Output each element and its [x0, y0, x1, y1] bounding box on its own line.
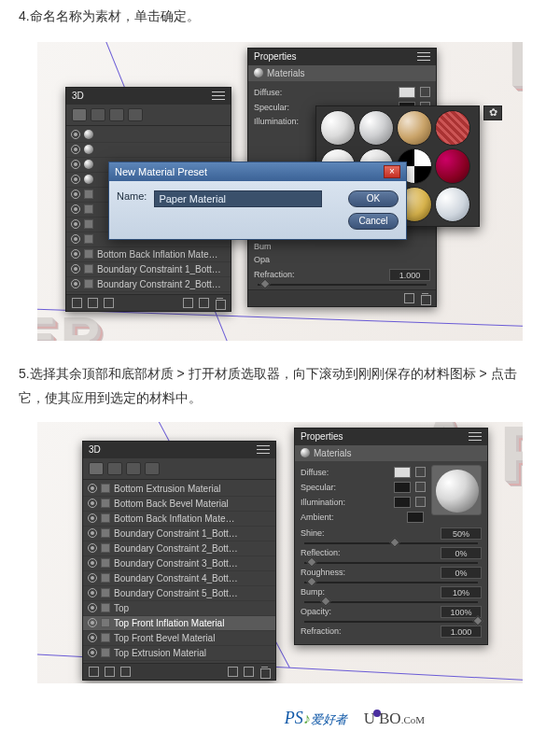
- trash-icon[interactable]: [215, 298, 225, 308]
- eye-icon[interactable]: [71, 160, 80, 169]
- texture-picker-icon[interactable]: [415, 482, 426, 492]
- list-item[interactable]: [66, 128, 231, 143]
- menu-icon[interactable]: [417, 52, 430, 62]
- material-preset[interactable]: [320, 110, 356, 146]
- illum-swatch[interactable]: [394, 497, 411, 508]
- list-item[interactable]: Boundary Constraint 1_Bott…: [83, 527, 275, 541]
- render-icon[interactable]: [183, 298, 193, 308]
- eye-icon[interactable]: [71, 204, 80, 214]
- list-item[interactable]: Boundary Constraint 4_Bott…: [83, 571, 275, 586]
- eye-icon[interactable]: [88, 603, 97, 612]
- menu-icon[interactable]: [212, 91, 225, 101]
- trash-icon[interactable]: [420, 293, 430, 303]
- eye-icon[interactable]: [71, 279, 80, 288]
- material-preset[interactable]: [435, 110, 470, 146]
- properties-tab[interactable]: Properties: [301, 431, 343, 442]
- material-preview-sphere[interactable]: [431, 465, 482, 515]
- eye-icon[interactable]: [88, 543, 97, 553]
- eye-icon[interactable]: [71, 175, 80, 184]
- filter-chip[interactable]: [109, 108, 124, 121]
- material-preset[interactable]: [435, 187, 470, 222]
- bump-value[interactable]: 10%: [441, 586, 482, 598]
- eye-icon[interactable]: [88, 648, 97, 657]
- properties-tab[interactable]: Properties: [254, 51, 297, 62]
- filter-chip[interactable]: [107, 462, 122, 475]
- refraction-value[interactable]: 1.000: [441, 626, 482, 638]
- filter-chip[interactable]: [89, 462, 104, 475]
- list-item[interactable]: Boundary Constraint 2_Bott…: [66, 277, 231, 292]
- list-item[interactable]: Top Front Inflation Material: [83, 616, 275, 631]
- render-icon[interactable]: [228, 667, 238, 677]
- diffuse-swatch[interactable]: [399, 87, 415, 98]
- footer-tool-icon[interactable]: [120, 667, 131, 677]
- eye-icon[interactable]: [88, 618, 97, 627]
- new-icon[interactable]: [404, 293, 414, 303]
- eye-icon[interactable]: [88, 484, 97, 493]
- roughness-value[interactable]: 0%: [441, 567, 482, 579]
- new-icon[interactable]: [199, 298, 209, 308]
- material-preset[interactable]: [397, 110, 432, 146]
- ambient-swatch[interactable]: [407, 512, 424, 523]
- filter-chip[interactable]: [128, 108, 143, 121]
- footer-tool-icon[interactable]: [88, 298, 98, 308]
- list-item[interactable]: Boundary Constraint 1_Bott…: [66, 262, 231, 277]
- filter-chip[interactable]: [72, 108, 87, 121]
- list-item[interactable]: Bottom Back Bevel Material: [83, 497, 275, 512]
- material-preset[interactable]: [435, 148, 470, 184]
- footer-tool-icon[interactable]: [104, 298, 114, 308]
- properties-subtab[interactable]: Materials: [295, 445, 487, 461]
- texture-picker-icon[interactable]: [415, 497, 426, 507]
- eye-icon[interactable]: [88, 499, 97, 508]
- menu-icon[interactable]: [469, 432, 482, 442]
- texture-picker-icon[interactable]: [415, 467, 426, 477]
- reflection-value[interactable]: 0%: [441, 547, 482, 559]
- filter-chip[interactable]: [91, 108, 105, 121]
- filter-chip[interactable]: [126, 462, 141, 475]
- list-item[interactable]: Bottom Extrusion Material: [83, 482, 275, 497]
- eye-icon[interactable]: [88, 513, 97, 523]
- list-item[interactable]: Top Front Bevel Material: [83, 631, 275, 646]
- list-item[interactable]: [66, 143, 231, 158]
- list-item[interactable]: Top Extrusion Material: [83, 646, 275, 661]
- texture-picker-icon[interactable]: [420, 87, 430, 97]
- eye-icon[interactable]: [88, 573, 97, 583]
- eye-icon[interactable]: [88, 528, 97, 538]
- materials-popup-gear[interactable]: ✿: [483, 105, 502, 120]
- list-item[interactable]: Boundary Constraint 3_Bott…: [83, 556, 275, 571]
- ok-button[interactable]: OK: [348, 190, 399, 207]
- refraction-value[interactable]: 1.000: [389, 269, 430, 281]
- menu-icon[interactable]: [257, 445, 270, 455]
- list-item[interactable]: Boundary Constraint 5_Bott…: [83, 586, 275, 601]
- footer-tool-icon[interactable]: [105, 667, 115, 677]
- panel-3d-tab[interactable]: 3D: [72, 91, 84, 101]
- diffuse-swatch[interactable]: [394, 467, 411, 478]
- eye-icon[interactable]: [71, 130, 80, 139]
- list-item[interactable]: Boundary Constraint 2_Bott…: [83, 541, 275, 556]
- eye-icon[interactable]: [88, 588, 97, 597]
- footer-tool-icon[interactable]: [72, 298, 82, 308]
- eye-icon[interactable]: [71, 190, 80, 199]
- list-item[interactable]: Top: [83, 601, 275, 616]
- filter-chip[interactable]: [145, 462, 160, 475]
- new-icon[interactable]: [244, 667, 254, 677]
- material-preset[interactable]: [358, 110, 394, 146]
- name-input[interactable]: [154, 190, 322, 207]
- shine-value[interactable]: 50%: [441, 527, 482, 540]
- opacity-value[interactable]: 100%: [441, 606, 482, 618]
- eye-icon[interactable]: [88, 633, 97, 642]
- specular-swatch[interactable]: [394, 482, 411, 493]
- trash-icon[interactable]: [259, 667, 270, 677]
- eye-icon[interactable]: [88, 558, 97, 568]
- cancel-button[interactable]: Cancel: [348, 213, 399, 230]
- eye-icon[interactable]: [71, 234, 80, 244]
- close-icon[interactable]: ×: [384, 165, 400, 178]
- list-item[interactable]: Bottom Back Inflation Mate…: [83, 512, 275, 527]
- eye-icon[interactable]: [71, 249, 80, 259]
- list-item[interactable]: Bottom Back Inflation Mate…: [66, 247, 231, 262]
- properties-subtab[interactable]: Materials: [248, 65, 436, 81]
- footer-tool-icon[interactable]: [89, 667, 99, 677]
- eye-icon[interactable]: [71, 219, 80, 229]
- panel-3d-tab[interactable]: 3D: [89, 444, 101, 455]
- eye-icon[interactable]: [71, 145, 80, 154]
- eye-icon[interactable]: [71, 264, 80, 274]
